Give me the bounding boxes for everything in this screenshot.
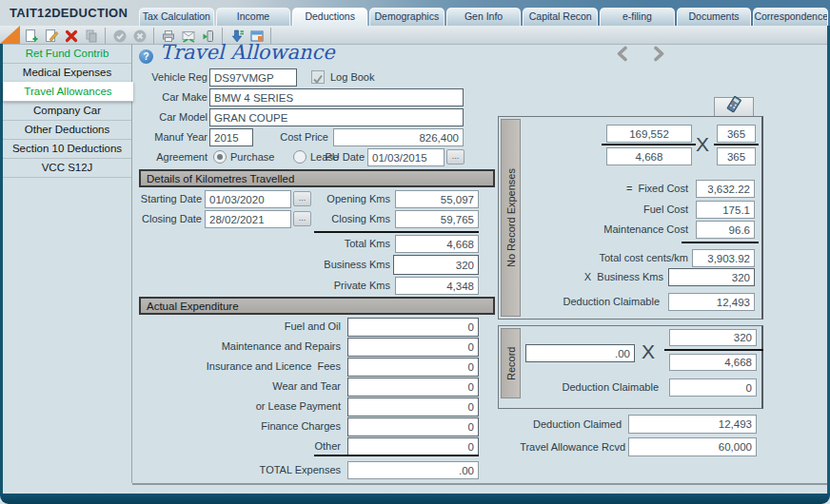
help-icon[interactable]: ?: [139, 49, 153, 64]
days-numerator-field[interactable]: 365: [717, 125, 756, 143]
total-cost-field[interactable]: 3,903.92: [692, 249, 755, 267]
sidebar-item-ret-fund-contrib[interactable]: Ret Fund Contrib: [3, 44, 131, 64]
lease-payment-field[interactable]: 0: [347, 397, 479, 417]
finance-charges-label: Finance Charges: [171, 417, 341, 436]
record-tab: Record: [501, 328, 521, 398]
travel-allowance-rcvd-field[interactable]: 60,000: [628, 437, 757, 456]
tab-correspondence[interactable]: Correspondence: [753, 8, 828, 26]
expenditure-section-header: Actual Expenditure: [139, 297, 495, 315]
finance-charges-field[interactable]: 0: [347, 417, 479, 436]
sidebar-item-medical-expenses[interactable]: Medical Expenses: [3, 63, 131, 83]
fixed-cost-fraction-line: [602, 144, 696, 145]
private-kms-label: Private Kms: [309, 277, 390, 295]
sidebar-item-vcc-s12j[interactable]: VCC S12J: [3, 158, 131, 178]
next-record-icon[interactable]: [651, 46, 666, 66]
x-business-kms-field[interactable]: 320: [668, 268, 755, 286]
cancel-icon[interactable]: [131, 28, 148, 44]
kilometres-section-header: Details of Kilometres Travelled: [139, 169, 495, 187]
record-denominator-field[interactable]: 4,668: [669, 354, 757, 371]
car-make-field[interactable]: BMW 4 SERIES: [209, 88, 464, 107]
days-fraction-line: [714, 144, 759, 145]
business-kms-field[interactable]: 320: [393, 255, 479, 275]
pu-date-browse-button[interactable]: ...: [446, 149, 464, 165]
toolbar-separator: [153, 28, 154, 44]
maintenance-repairs-label: Maintenance and Repairs: [171, 338, 341, 356]
sidebar-item-other-deductions[interactable]: Other Deductions: [3, 120, 131, 140]
total-kms-label: Total Kms: [309, 235, 390, 253]
application-window: TAIT12DEDUCTION Tax Calculation Income D…: [0, 0, 830, 504]
purchase-radio[interactable]: [213, 150, 227, 164]
copy-record-icon[interactable]: [83, 28, 99, 44]
maintenance-repairs-field[interactable]: 0: [347, 338, 479, 357]
starting-date-field[interactable]: 01/03/2020: [205, 190, 291, 208]
tab-documents[interactable]: Documents: [677, 8, 752, 26]
deduction-claimed-field[interactable]: 12,493: [628, 415, 757, 434]
fuel-cost-field[interactable]: 175.1: [696, 201, 755, 219]
sidebar-divider: [131, 44, 132, 483]
tab-tax-calculation[interactable]: Tax Calculation: [139, 8, 214, 26]
record-deduction-claimable-field[interactable]: 0: [669, 378, 757, 397]
closing-kms-field[interactable]: 59,765: [395, 210, 479, 228]
other-expense-field[interactable]: 0: [347, 437, 479, 456]
closing-date-label: Closing Date: [128, 210, 202, 228]
tab-income[interactable]: Income: [216, 8, 291, 26]
pu-date-label: PU Date: [314, 148, 365, 166]
days-denominator-field[interactable]: 365: [717, 147, 756, 165]
business-kms-label: Business Kms: [309, 256, 390, 274]
record-fraction-line: [664, 349, 763, 351]
cost-sum-line: [682, 242, 759, 243]
cost-price-field[interactable]: 826,400: [333, 128, 464, 146]
fixed-cost-denominator-field[interactable]: 4,668: [606, 147, 692, 165]
content-bottom-divider: [132, 483, 827, 485]
accept-icon[interactable]: [111, 28, 128, 44]
tab-deductions[interactable]: Deductions: [292, 8, 367, 26]
total-kms-field[interactable]: 4,668: [395, 235, 479, 253]
fuel-and-oil-field[interactable]: 0: [347, 318, 479, 337]
car-model-field[interactable]: GRAN COUPE: [209, 108, 464, 126]
closing-date-field[interactable]: 28/02/2021: [205, 210, 291, 228]
maintenance-cost-field[interactable]: 96.6: [696, 221, 755, 239]
fixed-cost-field[interactable]: 3,632.22: [696, 180, 755, 198]
wear-and-tear-field[interactable]: 0: [347, 378, 479, 397]
closing-kms-label: Closing Kms: [309, 210, 390, 228]
tab-strip: Tax Calculation Income Deductions Demogr…: [139, 8, 828, 26]
deduction-claimed-label: Deduction Claimed: [509, 415, 622, 434]
add-record-icon[interactable]: [23, 28, 39, 44]
sidebar-item-travel-allowances[interactable]: Travel Allowances: [3, 82, 133, 102]
tab-gen-info[interactable]: Gen Info: [446, 8, 522, 26]
fixed-cost-label: = Fixed Cost: [571, 180, 688, 198]
record-numerator-field[interactable]: 320: [669, 329, 757, 346]
total-cost-label: Total cost cents/km: [571, 249, 688, 267]
delete-record-icon[interactable]: [63, 28, 79, 44]
manuf-year-field[interactable]: 2015: [209, 128, 253, 146]
vehicle-reg-label: Vehicle Reg: [133, 68, 208, 87]
multiply-operator: X: [696, 133, 709, 156]
insurance-licence-fees-label: Insurance and Licence Fees: [171, 358, 341, 376]
lease-radio[interactable]: [293, 150, 306, 164]
starting-date-label: Starting Date: [128, 190, 202, 208]
window-title: TAIT12DEDUCTION: [10, 6, 128, 20]
prev-record-icon[interactable]: [615, 46, 630, 66]
calculator-icon: [723, 96, 744, 118]
sidebar-item-company-car[interactable]: Company Car: [3, 101, 131, 121]
travel-allowance-rcvd-label: Travel Allowance Rcvd: [504, 437, 625, 456]
private-kms-field[interactable]: 4,348: [395, 277, 479, 295]
lease-payment-label: or Lease Payment: [171, 397, 341, 416]
tab-capital-recon[interactable]: Capital Recon: [523, 8, 598, 26]
tab-e-filing[interactable]: e-filing: [600, 8, 675, 26]
vehicle-reg-field[interactable]: DS97VMGP: [209, 68, 297, 87]
total-expenses-field[interactable]: .00: [347, 461, 479, 479]
fuel-and-oil-label: Fuel and Oil: [171, 318, 341, 336]
log-book-checkbox[interactable]: [311, 70, 325, 84]
tab-demographics[interactable]: Demographics: [369, 8, 445, 26]
sidebar-item-section-10-deductions[interactable]: Section 10 Deductions: [3, 139, 131, 159]
calculator-button[interactable]: [714, 97, 754, 117]
opening-kms-field[interactable]: 55,097: [395, 190, 479, 208]
fixed-cost-numerator-field[interactable]: 169,552: [606, 125, 692, 143]
edit-record-icon[interactable]: [43, 28, 59, 44]
record-rate-field[interactable]: .00: [525, 344, 635, 362]
no-record-deduction-claimable-field[interactable]: 12,493: [668, 293, 755, 311]
insurance-licence-fees-field[interactable]: 0: [347, 358, 479, 377]
no-record-deduction-claimable-label: Deduction Claimable: [552, 293, 660, 311]
pu-date-field[interactable]: 01/03/2015: [367, 148, 445, 166]
